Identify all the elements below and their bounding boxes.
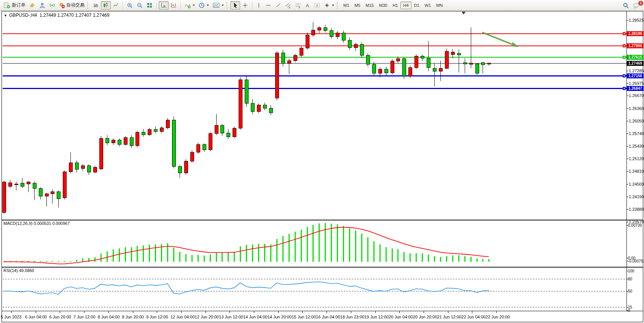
time-axis-label: 7 Jun 12:00 [73,315,96,319]
trendline-button[interactable] [273,1,283,10]
time-axis-label: 19 Jun 12:00 [365,315,389,319]
cursor-icon [232,2,238,8]
chart-title: ▼GBPUSD-,H4 1.27449 1.27470 1.27407 1.27… [4,13,109,18]
zoom-out-icon [137,2,143,8]
auto-trading-button[interactable]: 自动交易 [57,1,86,10]
zoom-in-icon [127,2,133,8]
svg-text:E: E [289,6,290,8]
candlestick-chart-icon [103,2,109,8]
toolbar-grip[interactable] [87,2,89,9]
timeframe-m30-button[interactable]: M30 [376,2,390,9]
macd-indicator-label: MACD(12,26,9) 0.000531 0.000967 [3,221,70,226]
time-axis-label: 5 Jun 2023 [1,315,21,319]
horizontal-line-icon [265,2,271,8]
price-axis-tick: 1.25740 [629,131,644,136]
indicators-button[interactable] [183,1,197,10]
signal-icon [49,2,55,8]
price-axis-tick: 1.26050 [629,119,644,123]
line-chart-button[interactable] [111,1,121,10]
toolbar-grip[interactable] [337,2,339,9]
time-axis-label: 12 Jun 04:00 [171,315,195,319]
auto-trading-icon [59,2,65,8]
time-axis-label: 18 Jun 23:00 [340,315,365,319]
search-button[interactable] [621,1,631,10]
time-axis-label: 6 Jun 20:00 [49,315,71,319]
time-axis-label: 21 Jun 12:00 [437,315,462,319]
time-axis-label: 14 Jun 04:00 [243,315,268,319]
ohlc-values: 1.27449 1.27470 1.27407 1.27469 [40,13,110,18]
bar-chart-icon [93,2,99,8]
price-level-badge[interactable]: 1.27615 [627,55,644,60]
template-icon [213,3,220,8]
zoom-out-button[interactable] [135,1,145,10]
text-icon: A [305,2,310,8]
timeframe-mn-button[interactable]: MN [434,2,445,9]
line-chart-icon [113,2,119,8]
tile-windows-icon [147,2,153,8]
symbol-period-label: GBPUSD-,H4 [9,13,37,18]
timeframe-m15-button[interactable]: M15 [363,2,376,9]
time-axis-label: 6 Jun 04:00 [25,315,47,319]
fibonacci-button[interactable]: F [293,1,303,10]
periods-button[interactable] [197,1,211,10]
price-axis-tick: 1.26975 [629,81,644,86]
equidistant-channel-button[interactable]: E [283,1,293,10]
price-axis-tick: 1.25120 [629,156,644,161]
price-axis-tick: 1.24190 [629,194,644,199]
time-axis-label: 22 Jun 04:00 [461,315,486,319]
bar-chart-button[interactable] [91,1,101,10]
price-level-badge[interactable]: 1.27156 [627,73,644,78]
clock-icon [199,2,205,8]
horizontal-line-button[interactable] [263,1,273,10]
eraser-icon [29,2,35,8]
price-chart-canvas[interactable] [0,0,644,323]
text-label-button[interactable]: T [312,1,322,10]
one-click-trading-collapse-icon[interactable]: ▼ [4,14,7,18]
price-axis-tick: 1.27285 [629,68,644,73]
price-axis-tick: 1.24500 [629,182,644,186]
candlestick-chart-button[interactable] [101,1,111,10]
zoom-in-button[interactable] [125,1,135,10]
arrows-button[interactable] [322,1,336,10]
eraser-button[interactable] [27,1,37,10]
timeframe-group: M1M5M15M30H1H4D1W1MN [341,2,445,9]
chart-shift-icon [171,2,177,8]
rsi-axis-label: 100 [628,269,634,273]
main-toolbar: 新订单 自动交易 [0,0,644,11]
price-axis-tick: 1.25430 [629,144,644,148]
price-level-badge[interactable]: 1.26847 [627,86,644,91]
timeframe-h4-button[interactable]: H4 [400,2,411,9]
time-axis-label: 13 Jun 12:00 [219,315,243,319]
price-level-badge[interactable]: 1.27896 [627,43,644,48]
crosshair-button[interactable] [240,1,250,10]
current-price-badge: 1.27469 [627,61,644,66]
profile-icon [39,2,45,8]
vertical-line-button[interactable] [254,1,263,10]
toolbar-grip[interactable] [226,2,228,9]
auto-scroll-button[interactable] [159,1,169,10]
price-axis-tick: 1.28525 [629,18,644,22]
auto-scroll-icon [161,2,167,8]
equidistant-channel-icon: E [285,2,291,8]
notifications-button[interactable]: 1 [631,1,642,10]
time-axis-label: 8 Jun 20:00 [122,315,144,319]
arrows-dropdown-caret [332,5,334,6]
new-order-button[interactable]: 新订单 [2,1,27,10]
rsi-axis-label: 0 [628,309,630,313]
cursor-button[interactable] [230,1,240,10]
text-button[interactable]: A [303,1,312,10]
tile-windows-button[interactable] [145,1,155,10]
timeframe-m5-button[interactable]: M5 [352,2,363,9]
timeframe-d1-button[interactable]: D1 [411,2,422,9]
chart-shift-button[interactable] [169,1,179,10]
templates-button[interactable] [211,1,226,10]
svg-text:T: T [316,4,318,7]
timeframe-m1-button[interactable]: M1 [341,2,352,9]
timeframe-w1-button[interactable]: W1 [422,2,434,9]
price-level-badge[interactable]: 1.28196 [627,31,644,36]
profile-button[interactable] [37,1,47,10]
signals-button[interactable] [47,1,57,10]
arrows-icon [324,2,330,8]
timeframe-h1-button[interactable]: H1 [390,2,400,9]
rsi-axis-label: 80 [628,277,632,281]
